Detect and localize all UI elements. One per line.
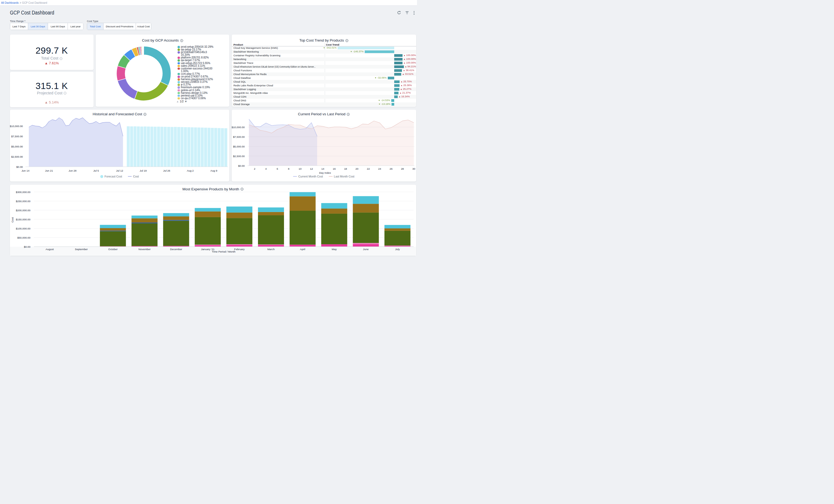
svg-text:$0.00: $0.00 xyxy=(16,166,23,168)
svg-text:Jun 14: Jun 14 xyxy=(21,169,29,172)
svg-text:$10,000.00: $10,000.00 xyxy=(10,125,23,128)
svg-text:$7,500.00: $7,500.00 xyxy=(233,135,245,138)
svg-text:6: 6 xyxy=(277,167,278,170)
svg-text:Aug 2: Aug 2 xyxy=(186,169,194,172)
svg-text:July: July xyxy=(395,247,400,250)
svg-text:October: October xyxy=(108,247,118,250)
svg-text:$5,000.00: $5,000.00 xyxy=(233,145,245,148)
svg-text:14: 14 xyxy=(321,167,324,170)
svg-text:8: 8 xyxy=(288,167,289,170)
svg-text:$2,500.00: $2,500.00 xyxy=(233,155,245,158)
svg-text:May: May xyxy=(332,247,337,250)
svg-text:$300,000.00: $300,000.00 xyxy=(16,190,30,193)
svg-text:$50,000.00: $50,000.00 xyxy=(17,236,30,239)
svg-text:September: September xyxy=(75,247,88,250)
svg-text:22: 22 xyxy=(367,167,370,170)
svg-text:20: 20 xyxy=(355,167,358,170)
svg-text:$200,000.00: $200,000.00 xyxy=(16,209,30,212)
svg-text:$250,000.00: $250,000.00 xyxy=(16,199,30,202)
svg-text:August: August xyxy=(45,247,53,250)
svg-text:12: 12 xyxy=(310,167,313,170)
svg-text:4: 4 xyxy=(265,167,267,170)
svg-text:24: 24 xyxy=(378,167,381,170)
svg-text:26: 26 xyxy=(389,167,392,170)
svg-text:$0.00: $0.00 xyxy=(238,165,245,167)
svg-text:November: November xyxy=(138,247,151,250)
svg-text:$10,000.00: $10,000.00 xyxy=(232,126,245,129)
svg-text:December: December xyxy=(170,247,182,250)
svg-text:Cost: Cost xyxy=(11,217,14,222)
svg-text:$2,500.00: $2,500.00 xyxy=(11,155,23,158)
svg-text:Jul 12: Jul 12 xyxy=(116,169,123,172)
svg-text:18: 18 xyxy=(344,167,347,170)
svg-text:28: 28 xyxy=(401,167,404,170)
svg-text:16: 16 xyxy=(332,167,335,170)
svg-text:Jul 5: Jul 5 xyxy=(93,169,99,172)
svg-text:$150,000.00: $150,000.00 xyxy=(16,218,30,221)
svg-text:April: April xyxy=(300,247,305,250)
svg-text:$100,000.00: $100,000.00 xyxy=(16,227,30,230)
svg-text:$5,000.00: $5,000.00 xyxy=(11,145,23,148)
svg-text:Jul 19: Jul 19 xyxy=(139,169,147,172)
svg-text:30: 30 xyxy=(412,167,415,170)
svg-text:June: June xyxy=(363,247,369,250)
svg-text:$0.00: $0.00 xyxy=(24,245,30,248)
svg-text:$7,500.00: $7,500.00 xyxy=(11,135,23,138)
svg-text:10: 10 xyxy=(299,167,302,170)
svg-text:Jun 21: Jun 21 xyxy=(45,169,52,172)
svg-text:Jun 28: Jun 28 xyxy=(68,169,76,172)
svg-text:February: February xyxy=(234,247,244,250)
svg-text:2: 2 xyxy=(254,167,255,170)
svg-text:Aug 9: Aug 9 xyxy=(210,169,217,172)
svg-text:Jul 26: Jul 26 xyxy=(163,169,170,172)
svg-text:Day Index: Day Index xyxy=(319,171,331,174)
svg-text:March: March xyxy=(267,247,275,250)
svg-text:Time Period / Month: Time Period / Month xyxy=(212,250,236,252)
